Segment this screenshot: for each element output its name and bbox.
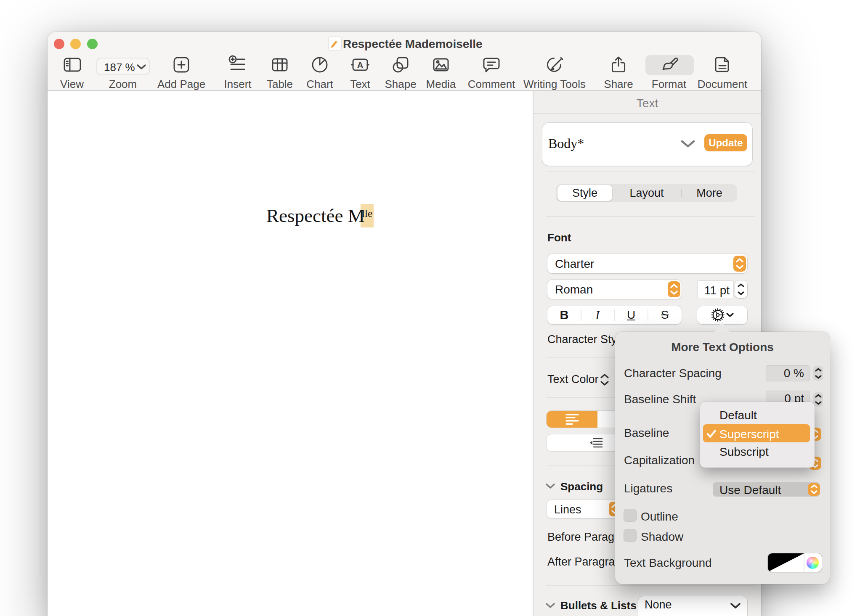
svg-text:A: A xyxy=(357,60,363,70)
